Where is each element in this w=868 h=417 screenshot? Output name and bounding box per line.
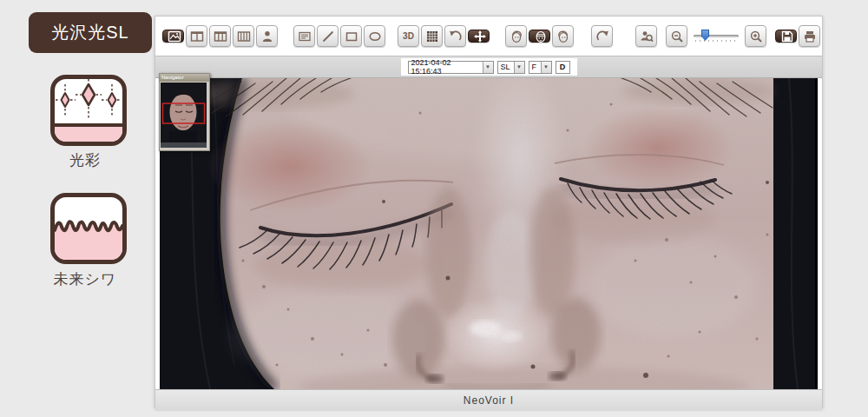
mode-value: SL (501, 63, 512, 71)
face-side-icon (556, 30, 570, 43)
patient-button[interactable] (256, 25, 278, 47)
face-photo (160, 78, 815, 389)
zoom-in-icon (749, 30, 763, 43)
split-2-icon (190, 30, 204, 43)
person-search-icon (640, 30, 654, 43)
brand-label: NeoVoir I (464, 394, 514, 407)
print-button[interactable] (799, 25, 820, 47)
line-icon (321, 30, 335, 43)
rectangle-icon (345, 30, 358, 43)
face-front-icon (510, 30, 523, 43)
face-zone-icon (534, 30, 548, 43)
sidebar-item-future-wrinkle-label: 未来シワ (16, 269, 155, 289)
navigator-thumbnail[interactable] (161, 83, 207, 148)
save-button[interactable] (775, 30, 797, 43)
datetime-value: 2021-04-02 15:16:43 (411, 58, 481, 76)
undo-button[interactable] (444, 25, 466, 47)
patient-search-button[interactable] (635, 25, 657, 47)
person-icon (260, 30, 274, 43)
single-image-view-button[interactable] (162, 30, 184, 43)
footer-bar: NeoVoir I (155, 389, 822, 411)
mode-badge: 光沢光SL (29, 12, 152, 53)
3d-label: 3D (403, 31, 414, 41)
ellipse-tool-button[interactable] (364, 25, 385, 47)
split-2-view-button[interactable] (186, 25, 207, 47)
control-box: 2021-04-02 15:16:43 ▼ SL ▼ F ▼ D (401, 58, 577, 76)
chevron-down-icon: ▼ (514, 62, 524, 73)
zoom-out-icon (670, 30, 684, 43)
split-4-view-button[interactable] (233, 25, 254, 47)
printer-icon (803, 30, 817, 43)
sub-mode-select[interactable]: F ▼ (529, 61, 552, 74)
toolbar: 3D (155, 17, 822, 56)
zoom-slider-ticks (695, 40, 737, 42)
pan-tool-button[interactable] (468, 30, 490, 43)
grid-view-button[interactable] (421, 25, 443, 47)
d-button[interactable]: D (556, 61, 570, 74)
sidebar-item-gloss[interactable] (50, 75, 127, 146)
face-side-map-button[interactable] (552, 25, 574, 47)
zoom-in-button[interactable] (745, 25, 766, 47)
navigator-title: Navigator (160, 74, 209, 82)
datetime-select[interactable]: 2021-04-02 15:16:43 ▼ (408, 61, 494, 74)
gloss-diamonds-icon (55, 79, 122, 120)
split-4-icon (237, 30, 251, 43)
3d-view-button[interactable]: 3D (398, 25, 419, 47)
move-arrows-icon (473, 30, 487, 43)
app: 光沢光SL 光彩 未来シワ (0, 0, 868, 417)
image-stage[interactable]: Navigator (160, 78, 818, 389)
redo-button[interactable] (591, 25, 613, 47)
split-3-view-button[interactable] (209, 25, 231, 47)
sub-mode-value: F (532, 63, 539, 71)
image-icon (168, 30, 181, 43)
face-zone-map-button[interactable] (529, 30, 550, 43)
grid-icon (425, 30, 439, 43)
ellipse-icon (368, 30, 382, 43)
redo-arrow-icon (595, 30, 609, 43)
sidebar-item-gloss-label: 光彩 (16, 150, 155, 170)
zoom-slider[interactable] (692, 25, 740, 47)
text-annotation-button[interactable] (293, 25, 315, 47)
sidebar-item-future-wrinkle[interactable] (50, 193, 127, 264)
text-box-icon (298, 30, 312, 43)
rectangle-tool-button[interactable] (340, 25, 362, 47)
line-tool-button[interactable] (317, 25, 339, 47)
undo-arrow-icon (449, 30, 463, 43)
gloss-icon-base (55, 123, 122, 145)
zoom-slider-track (694, 35, 739, 37)
save-floppy-icon (780, 30, 794, 43)
zoom-out-button[interactable] (666, 25, 687, 47)
chevron-down-icon: ▼ (541, 62, 551, 73)
navigator[interactable]: Navigator (159, 73, 210, 151)
navigator-face-thumb (161, 83, 207, 148)
mode-badge-label: 光沢光SL (51, 21, 128, 44)
chevron-down-icon: ▼ (483, 62, 493, 73)
face-front-map-button[interactable] (505, 25, 527, 47)
main-panel: 3D (155, 16, 823, 408)
mode-select[interactable]: SL ▼ (497, 61, 525, 74)
control-bar: 2021-04-02 15:16:43 ▼ SL ▼ F ▼ D (155, 56, 822, 78)
future-wrinkle-wave-icon (55, 197, 122, 260)
split-3-icon (214, 30, 227, 43)
